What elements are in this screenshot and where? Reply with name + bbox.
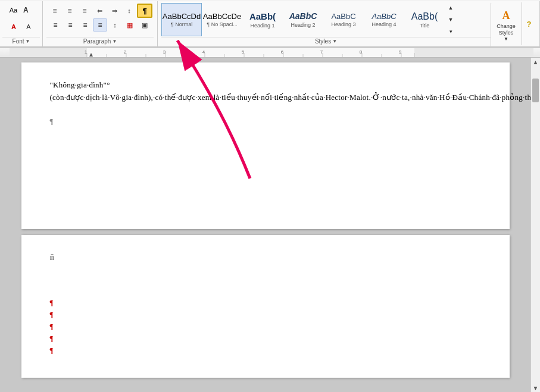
indent-inc-btn[interactable]: ⇒	[107, 4, 121, 17]
align-center-btn[interactable]: ≡	[63, 18, 77, 32]
page2-pilcrow-top: ñ	[50, 253, 481, 262]
document-scroll-area[interactable]: "Không·gia·đình"°(còn·được·dịch·là·Vô·gi…	[0, 58, 530, 392]
paragraph-section-label[interactable]: Paragraph ▼	[46, 37, 154, 45]
style-no-spacing[interactable]: AaBbCcDe ¶ No Spaci...	[202, 3, 242, 36]
show-formatting-btn[interactable]: ¶	[137, 4, 152, 18]
change-styles-dropdown-icon: ▼	[504, 36, 508, 42]
styles-expand-icon: ▼	[332, 39, 337, 44]
svg-text:7: 7	[320, 49, 323, 55]
ruler: 1 2 3 4 5 6 7 8 9	[0, 48, 540, 58]
svg-rect-1	[87, 48, 414, 58]
border-btn[interactable]: ▣	[138, 18, 152, 32]
style-title[interactable]: AaBb( Title	[404, 3, 445, 36]
page2-pilcrow-4: ¶	[50, 334, 481, 343]
align-left-btn[interactable]: ≡	[48, 18, 63, 32]
svg-text:3: 3	[163, 49, 166, 55]
vertical-scrollbar[interactable]: ▲ ▼	[530, 58, 540, 392]
scroll-down-btn[interactable]: ▼	[531, 384, 540, 392]
style-heading3[interactable]: AaBbC Heading 3	[323, 3, 364, 36]
change-styles-label: Change Styles	[494, 23, 519, 36]
font-size-label: Aa	[10, 7, 17, 14]
style-heading1-preview: AaBb(	[249, 11, 276, 22]
scroll-thumb[interactable]	[532, 79, 539, 102]
page2-pilcrow-1: ¶	[50, 298, 481, 308]
list-numbers-btn[interactable]: ≡	[63, 4, 77, 17]
font-color2-btn[interactable]: A	[7, 20, 21, 33]
page2-pilcrow-5: ¶	[50, 346, 481, 355]
font-color-btn[interactable]: A	[18, 4, 33, 17]
style-heading1[interactable]: AaBb( Heading 1	[242, 3, 283, 36]
page-2: ñ ¶ ¶ ¶ ¶ ¶	[21, 235, 510, 378]
list-outline-btn[interactable]: ≡	[77, 4, 92, 17]
page1-pilcrow: ¶	[50, 115, 481, 127]
style-heading2-label: Heading 2	[291, 22, 315, 28]
style-heading3-preview: AaBbC	[331, 12, 355, 21]
paragraph-section: ≡ ≡ ≡ ⇐ ⇒ ↕ ¶ ≡ ≡ ≡ ≡ ↕	[43, 1, 158, 46]
change-styles-btn[interactable]: A Change Styles ▼	[491, 2, 522, 49]
scroll-up-btn[interactable]: ▲	[531, 58, 540, 67]
styles-section: AaBbCcDd ¶ Normal AaBbCcDe ¶ No Spaci...…	[158, 1, 540, 46]
style-heading2-preview: AaBbC	[289, 11, 317, 21]
style-heading1-label: Heading 1	[250, 23, 274, 29]
line-spacing-btn[interactable]: ↕	[108, 18, 122, 32]
style-title-label: Title	[420, 23, 430, 29]
svg-text:6: 6	[281, 49, 284, 55]
ribbon: Aa A A A Font ▼ ≡ ≡ ≡	[0, 0, 540, 48]
help-icon[interactable]: ?	[522, 17, 536, 30]
style-heading4[interactable]: AaBbC Heading 4	[364, 3, 404, 36]
scroll-more-icon[interactable]: ▾	[446, 26, 455, 37]
style-normal[interactable]: AaBbCcDd ¶ Normal	[161, 3, 202, 36]
change-styles-icon: A	[502, 10, 510, 22]
paragraph-expand-icon: ▼	[112, 39, 117, 44]
font-section: Aa A A A Font ▼	[0, 1, 43, 46]
list-bullets-btn[interactable]: ≡	[48, 4, 62, 17]
scroll-down-icon[interactable]: ▼	[446, 14, 455, 25]
align-justify-btn[interactable]: ≡	[93, 18, 107, 32]
font-section-label[interactable]: Font ▼	[2, 37, 40, 45]
svg-text:8: 8	[360, 49, 363, 55]
indent-dec-btn[interactable]: ⇐	[92, 4, 107, 17]
svg-text:1: 1	[85, 49, 88, 55]
style-heading4-preview: AaBbC	[372, 12, 396, 21]
shading-btn[interactable]: ▦	[123, 18, 137, 32]
styles-scroll-btn[interactable]: ▲ ▼ ▾	[445, 2, 457, 37]
svg-text:5: 5	[242, 49, 245, 55]
svg-text:2: 2	[124, 49, 127, 55]
page-1: "Không·gia·đình"°(còn·được·dịch·là·Vô·gi…	[21, 62, 510, 229]
font-highlight-btn[interactable]: A	[21, 20, 36, 33]
align-right-btn[interactable]: ≡	[78, 18, 92, 32]
style-heading2[interactable]: AaBbC Heading 2	[283, 3, 323, 36]
page1-content: "Không·gia·đình"°(còn·được·dịch·là·Vô·gi…	[50, 79, 481, 104]
style-no-spacing-preview: AaBbCcDe	[203, 12, 241, 21]
expand-icon: ▼	[26, 39, 30, 44]
style-title-preview: AaBb(	[411, 11, 438, 22]
style-normal-label: ¶ Normal	[171, 21, 192, 27]
scroll-up-icon[interactable]: ▲	[446, 2, 455, 13]
svg-text:9: 9	[399, 49, 402, 55]
help-section: ?	[522, 2, 536, 45]
style-heading3-label: Heading 3	[331, 21, 355, 27]
sort-btn[interactable]: ↕	[122, 4, 136, 17]
svg-text:4: 4	[202, 49, 205, 55]
style-normal-preview: AaBbCcDd	[163, 12, 201, 21]
styles-section-label[interactable]: Styles ▼	[161, 37, 491, 45]
ruler-svg: 1 2 3 4 5 6 7 8 9	[10, 48, 540, 58]
page2-pilcrow-3: ¶	[50, 322, 481, 331]
style-heading4-label: Heading 4	[372, 21, 396, 27]
style-no-spacing-label: ¶ No Spaci...	[207, 21, 237, 27]
page2-pilcrow-2: ¶	[50, 310, 481, 319]
